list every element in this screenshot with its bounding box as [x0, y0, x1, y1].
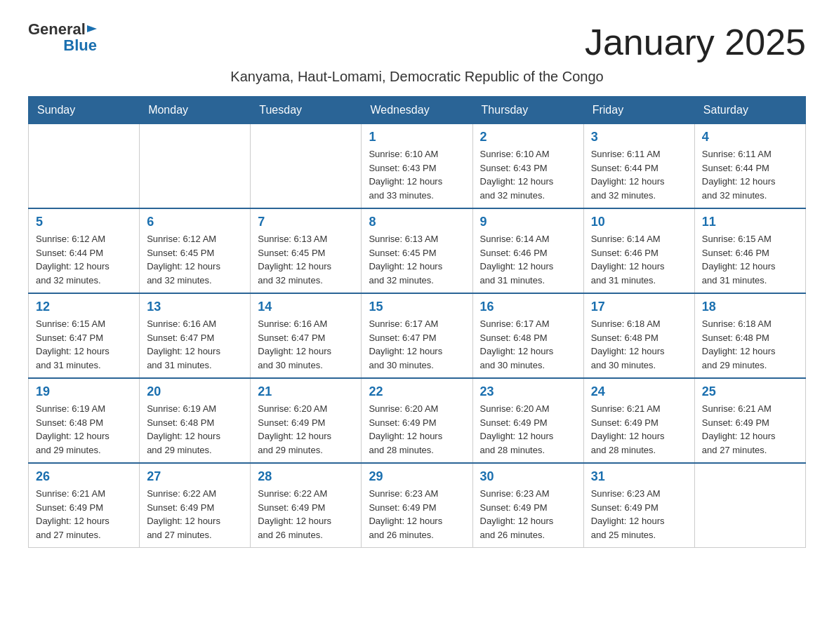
day-info: Sunrise: 6:16 AM Sunset: 6:47 PM Dayligh… — [147, 317, 243, 372]
calendar-cell: 18Sunrise: 6:18 AM Sunset: 6:48 PM Dayli… — [694, 293, 805, 378]
calendar-subtitle: Kanyama, Haut-Lomami, Democratic Republi… — [28, 69, 806, 85]
day-number: 21 — [258, 384, 354, 399]
day-info: Sunrise: 6:16 AM Sunset: 6:47 PM Dayligh… — [258, 317, 354, 372]
day-number: 5 — [36, 215, 132, 229]
day-info: Sunrise: 6:23 AM Sunset: 6:49 PM Dayligh… — [480, 487, 576, 542]
logo: General Blue — [28, 21, 97, 53]
calendar-header-sunday: Sunday — [29, 97, 140, 124]
day-info: Sunrise: 6:22 AM Sunset: 6:49 PM Dayligh… — [147, 487, 243, 542]
calendar-cell: 23Sunrise: 6:20 AM Sunset: 6:49 PM Dayli… — [472, 378, 583, 463]
calendar-week-row: 26Sunrise: 6:21 AM Sunset: 6:49 PM Dayli… — [29, 463, 806, 548]
day-info: Sunrise: 6:13 AM Sunset: 6:45 PM Dayligh… — [258, 232, 354, 287]
day-info: Sunrise: 6:23 AM Sunset: 6:49 PM Dayligh… — [591, 487, 687, 542]
calendar-cell: 13Sunrise: 6:16 AM Sunset: 6:47 PM Dayli… — [140, 293, 251, 378]
calendar-cell: 25Sunrise: 6:21 AM Sunset: 6:49 PM Dayli… — [694, 378, 805, 463]
calendar-cell: 6Sunrise: 6:12 AM Sunset: 6:45 PM Daylig… — [140, 208, 251, 293]
day-number: 6 — [147, 215, 243, 229]
day-number: 3 — [591, 130, 687, 145]
calendar-cell: 14Sunrise: 6:16 AM Sunset: 6:47 PM Dayli… — [251, 293, 362, 378]
day-info: Sunrise: 6:18 AM Sunset: 6:48 PM Dayligh… — [591, 317, 687, 372]
calendar-header-saturday: Saturday — [694, 97, 805, 124]
calendar-cell — [694, 463, 805, 548]
logo-general: General — [28, 21, 86, 38]
calendar-cell: 11Sunrise: 6:15 AM Sunset: 6:46 PM Dayli… — [694, 208, 805, 293]
calendar-cell: 16Sunrise: 6:17 AM Sunset: 6:48 PM Dayli… — [472, 293, 583, 378]
calendar-cell — [251, 124, 362, 209]
page-title: January 2025 — [585, 21, 806, 63]
day-info: Sunrise: 6:15 AM Sunset: 6:47 PM Dayligh… — [36, 317, 132, 372]
day-number: 23 — [480, 384, 576, 399]
day-number: 27 — [147, 469, 243, 484]
calendar-cell: 9Sunrise: 6:14 AM Sunset: 6:46 PM Daylig… — [472, 208, 583, 293]
calendar-cell: 27Sunrise: 6:22 AM Sunset: 6:49 PM Dayli… — [140, 463, 251, 548]
calendar-cell: 30Sunrise: 6:23 AM Sunset: 6:49 PM Dayli… — [472, 463, 583, 548]
calendar-cell: 3Sunrise: 6:11 AM Sunset: 6:44 PM Daylig… — [583, 124, 694, 209]
calendar-header-monday: Monday — [140, 97, 251, 124]
calendar-cell: 22Sunrise: 6:20 AM Sunset: 6:49 PM Dayli… — [362, 378, 472, 463]
day-number: 22 — [369, 384, 465, 399]
day-info: Sunrise: 6:21 AM Sunset: 6:49 PM Dayligh… — [591, 402, 687, 457]
day-number: 1 — [369, 130, 465, 145]
day-number: 19 — [36, 384, 132, 399]
calendar-cell: 2Sunrise: 6:10 AM Sunset: 6:43 PM Daylig… — [472, 124, 583, 209]
logo-arrow-icon — [87, 24, 97, 34]
calendar-cell: 31Sunrise: 6:23 AM Sunset: 6:49 PM Dayli… — [583, 463, 694, 548]
day-info: Sunrise: 6:23 AM Sunset: 6:49 PM Dayligh… — [369, 487, 465, 542]
calendar-cell: 29Sunrise: 6:23 AM Sunset: 6:49 PM Dayli… — [362, 463, 472, 548]
calendar-cell: 4Sunrise: 6:11 AM Sunset: 6:44 PM Daylig… — [694, 124, 805, 209]
calendar-cell: 20Sunrise: 6:19 AM Sunset: 6:48 PM Dayli… — [140, 378, 251, 463]
calendar-cell: 24Sunrise: 6:21 AM Sunset: 6:49 PM Dayli… — [583, 378, 694, 463]
calendar-cell: 5Sunrise: 6:12 AM Sunset: 6:44 PM Daylig… — [29, 208, 140, 293]
calendar-cell: 26Sunrise: 6:21 AM Sunset: 6:49 PM Dayli… — [29, 463, 140, 548]
day-info: Sunrise: 6:19 AM Sunset: 6:48 PM Dayligh… — [36, 402, 132, 457]
day-number: 2 — [480, 130, 576, 145]
day-info: Sunrise: 6:21 AM Sunset: 6:49 PM Dayligh… — [702, 402, 798, 457]
calendar-cell: 19Sunrise: 6:19 AM Sunset: 6:48 PM Dayli… — [29, 378, 140, 463]
calendar-week-row: 5Sunrise: 6:12 AM Sunset: 6:44 PM Daylig… — [29, 208, 806, 293]
calendar-cell: 28Sunrise: 6:22 AM Sunset: 6:49 PM Dayli… — [251, 463, 362, 548]
calendar-cell — [140, 124, 251, 209]
day-info: Sunrise: 6:20 AM Sunset: 6:49 PM Dayligh… — [480, 402, 576, 457]
day-number: 13 — [147, 300, 243, 314]
calendar-header-friday: Friday — [583, 97, 694, 124]
page-header: General Blue January 2025 — [28, 21, 806, 63]
day-info: Sunrise: 6:21 AM Sunset: 6:49 PM Dayligh… — [36, 487, 132, 542]
day-number: 10 — [591, 215, 687, 229]
day-number: 20 — [147, 384, 243, 399]
day-info: Sunrise: 6:11 AM Sunset: 6:44 PM Dayligh… — [702, 147, 798, 202]
calendar-cell: 12Sunrise: 6:15 AM Sunset: 6:47 PM Dayli… — [29, 293, 140, 378]
day-info: Sunrise: 6:11 AM Sunset: 6:44 PM Dayligh… — [591, 147, 687, 202]
day-number: 31 — [591, 469, 687, 484]
day-info: Sunrise: 6:18 AM Sunset: 6:48 PM Dayligh… — [702, 317, 798, 372]
day-number: 29 — [369, 469, 465, 484]
day-info: Sunrise: 6:14 AM Sunset: 6:46 PM Dayligh… — [591, 232, 687, 287]
day-number: 14 — [258, 300, 354, 314]
day-number: 30 — [480, 469, 576, 484]
day-info: Sunrise: 6:10 AM Sunset: 6:43 PM Dayligh… — [369, 147, 465, 202]
day-number: 24 — [591, 384, 687, 399]
day-number: 15 — [369, 300, 465, 314]
day-number: 4 — [702, 130, 798, 145]
day-info: Sunrise: 6:17 AM Sunset: 6:47 PM Dayligh… — [369, 317, 465, 372]
day-info: Sunrise: 6:12 AM Sunset: 6:45 PM Dayligh… — [147, 232, 243, 287]
day-info: Sunrise: 6:14 AM Sunset: 6:46 PM Dayligh… — [480, 232, 576, 287]
calendar-cell: 1Sunrise: 6:10 AM Sunset: 6:43 PM Daylig… — [362, 124, 472, 209]
day-number: 18 — [702, 300, 798, 314]
calendar-cell — [29, 124, 140, 209]
day-info: Sunrise: 6:10 AM Sunset: 6:43 PM Dayligh… — [480, 147, 576, 202]
calendar-cell: 10Sunrise: 6:14 AM Sunset: 6:46 PM Dayli… — [583, 208, 694, 293]
day-number: 9 — [480, 215, 576, 229]
calendar-cell: 21Sunrise: 6:20 AM Sunset: 6:49 PM Dayli… — [251, 378, 362, 463]
day-number: 7 — [258, 215, 354, 229]
calendar-cell: 8Sunrise: 6:13 AM Sunset: 6:45 PM Daylig… — [362, 208, 472, 293]
logo-icon: General Blue — [28, 21, 97, 53]
logo-blue: Blue — [63, 38, 97, 53]
day-info: Sunrise: 6:17 AM Sunset: 6:48 PM Dayligh… — [480, 317, 576, 372]
calendar-header-tuesday: Tuesday — [251, 97, 362, 124]
day-number: 8 — [369, 215, 465, 229]
day-info: Sunrise: 6:13 AM Sunset: 6:45 PM Dayligh… — [369, 232, 465, 287]
calendar-cell: 17Sunrise: 6:18 AM Sunset: 6:48 PM Dayli… — [583, 293, 694, 378]
day-info: Sunrise: 6:12 AM Sunset: 6:44 PM Dayligh… — [36, 232, 132, 287]
day-number: 16 — [480, 300, 576, 314]
calendar-header-wednesday: Wednesday — [362, 97, 472, 124]
